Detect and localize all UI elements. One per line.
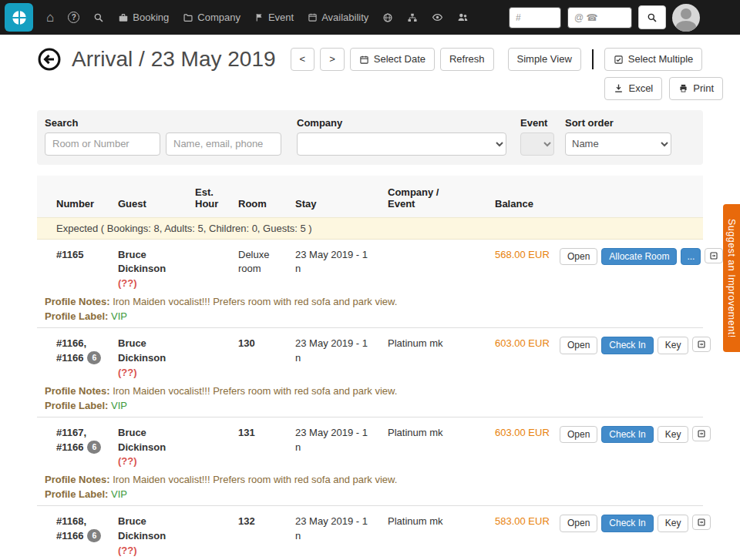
header-number: Number bbox=[56, 198, 118, 210]
prev-day-button[interactable]: < bbox=[291, 48, 315, 71]
brand-logo[interactable] bbox=[5, 3, 33, 32]
company-cell: Platinum mk bbox=[378, 337, 490, 351]
guest-cell: Bruce Dickinson (??) bbox=[118, 248, 195, 292]
briefcase-icon bbox=[118, 12, 129, 23]
next-day-button[interactable]: > bbox=[320, 48, 345, 71]
key-button[interactable]: Key bbox=[658, 515, 689, 531]
open-booking-button[interactable]: Open bbox=[560, 426, 597, 443]
excel-label: Excel bbox=[628, 82, 653, 95]
print-button[interactable]: Print bbox=[669, 77, 723, 100]
window-icon bbox=[709, 251, 718, 260]
nav-event-label: Event bbox=[268, 12, 294, 23]
company-filter-group: Company bbox=[297, 117, 506, 156]
room-number-input[interactable] bbox=[45, 132, 160, 156]
profile-label-title: Profile Label: bbox=[45, 310, 108, 322]
check-in-button[interactable]: Check In bbox=[601, 337, 653, 354]
open-window-button[interactable] bbox=[692, 515, 711, 530]
balance-cell: 583.00 EUR bbox=[490, 515, 560, 529]
nav-booking[interactable]: Booking bbox=[111, 0, 176, 35]
nav-globe[interactable] bbox=[375, 0, 400, 35]
guest-cell: Bruce Dickinson (??) bbox=[118, 426, 195, 470]
guest-name[interactable]: Bruce Dickinson bbox=[118, 248, 189, 277]
key-button[interactable]: Key bbox=[658, 426, 689, 443]
top-navbar: Booking Company Event Availability bbox=[0, 0, 740, 35]
select-multiple-button[interactable]: Select Multiple bbox=[604, 48, 703, 71]
profile-notes-line: Profile Notes: Iron Maiden vocalist!!! P… bbox=[37, 472, 703, 487]
guest-contact-search-input[interactable] bbox=[567, 7, 632, 29]
arrivals-table: Number Guest Est. Hour Room Stay Company… bbox=[37, 176, 703, 560]
company-label: Company bbox=[297, 117, 506, 129]
user-avatar[interactable] bbox=[672, 4, 700, 32]
open-window-button[interactable] bbox=[692, 426, 711, 441]
home-icon bbox=[46, 11, 54, 24]
header-guest: Guest bbox=[118, 198, 195, 210]
guest-name[interactable]: Bruce Dickinson bbox=[118, 515, 189, 544]
select-multiple-label: Select Multiple bbox=[628, 53, 694, 65]
check-in-button[interactable]: Check In bbox=[601, 426, 653, 443]
page-title: Arrival / 23 May 2019 bbox=[72, 47, 276, 72]
nav-home[interactable] bbox=[39, 0, 61, 35]
open-window-button[interactable] bbox=[705, 248, 723, 263]
flag-icon bbox=[254, 12, 264, 22]
refresh-button[interactable]: Refresh bbox=[440, 48, 494, 71]
guest-name-input[interactable] bbox=[166, 132, 281, 156]
header-est-hour: Est. Hour bbox=[195, 186, 232, 210]
actions-cell: Open Check In Key bbox=[560, 515, 717, 531]
back-arrow-icon bbox=[37, 47, 62, 72]
navbar-search-button[interactable] bbox=[638, 5, 666, 29]
more-options-button[interactable]: ... bbox=[681, 248, 701, 265]
guest-flag: (??) bbox=[118, 277, 189, 291]
nav-company[interactable]: Company bbox=[176, 0, 247, 35]
nav-users[interactable] bbox=[450, 0, 476, 35]
checkbox-checked-icon bbox=[614, 55, 624, 65]
event-label: Event bbox=[520, 117, 554, 129]
avatar-head bbox=[681, 8, 691, 19]
key-button[interactable]: Key bbox=[658, 337, 689, 354]
profile-label-title: Profile Label: bbox=[45, 488, 108, 500]
event-filter-group: Event bbox=[520, 117, 554, 156]
header-company-event: Company / Event bbox=[378, 186, 490, 210]
select-date-label: Select Date bbox=[374, 53, 426, 65]
back-button[interactable] bbox=[37, 47, 62, 72]
nav-event[interactable]: Event bbox=[247, 0, 301, 35]
guest-name[interactable]: Bruce Dickinson bbox=[118, 426, 189, 455]
open-window-button[interactable] bbox=[692, 337, 711, 352]
actions-cell: Open Check In Key bbox=[560, 426, 717, 443]
expected-summary-row: Expected ( Bookings: 8, Adults: 5, Child… bbox=[37, 217, 703, 240]
suggest-improvement-tab[interactable]: Suggest an Improvement! bbox=[723, 204, 740, 352]
open-booking-button[interactable]: Open bbox=[560, 248, 597, 265]
balance-cell: 568.00 EUR bbox=[490, 248, 560, 263]
simple-view-button[interactable]: Simple View bbox=[508, 48, 581, 71]
allocate-room-button[interactable]: Allocate Room bbox=[601, 248, 677, 265]
guest-name[interactable]: Bruce Dickinson bbox=[118, 337, 189, 366]
window-icon bbox=[697, 429, 706, 438]
print-label: Print bbox=[693, 82, 714, 95]
nav-search[interactable] bbox=[86, 0, 111, 35]
group-count-badge: 6 bbox=[87, 441, 101, 454]
booking-number: #1168, #11666 bbox=[56, 515, 118, 544]
nav-sitemap[interactable] bbox=[400, 0, 425, 35]
nav-view[interactable] bbox=[425, 0, 450, 35]
header-room: Room bbox=[232, 198, 288, 210]
nav-availability[interactable]: Availability bbox=[301, 0, 375, 35]
page-header: Arrival / 23 May 2019 < > Select Date Re… bbox=[0, 35, 740, 72]
select-date-button[interactable]: Select Date bbox=[350, 48, 435, 71]
search-icon bbox=[647, 12, 658, 23]
open-booking-button[interactable]: Open bbox=[560, 337, 597, 354]
company-select[interactable] bbox=[297, 132, 506, 156]
sort-order-select[interactable]: Name bbox=[565, 132, 671, 156]
profile-label-line: Profile Label: VIP bbox=[37, 487, 703, 501]
nav-help[interactable] bbox=[61, 0, 86, 35]
profile-label-line: Profile Label: VIP bbox=[37, 309, 703, 324]
profile-label-value: VIP bbox=[111, 310, 127, 322]
search-filter-group: Search bbox=[45, 117, 281, 156]
help-icon bbox=[68, 12, 79, 23]
balance-cell: 603.00 EUR bbox=[490, 426, 560, 441]
stay-cell: 23 May 2019 - 1 n bbox=[288, 515, 378, 544]
excel-button[interactable]: Excel bbox=[604, 77, 662, 100]
booking-number-search-input[interactable] bbox=[509, 7, 561, 29]
filter-panel: Search Company Event Sort order Name bbox=[37, 110, 703, 165]
check-in-button[interactable]: Check In bbox=[601, 515, 653, 531]
room-cell: 130 bbox=[232, 337, 288, 351]
open-booking-button[interactable]: Open bbox=[560, 515, 597, 531]
